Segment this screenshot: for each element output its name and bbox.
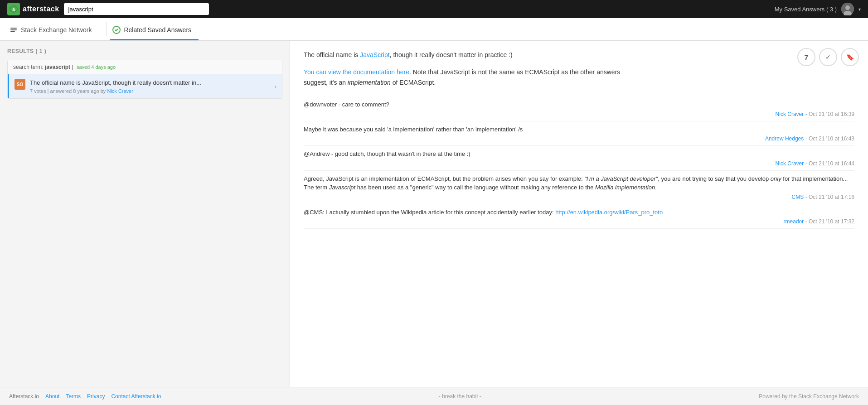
right-panel: 7 ✓ 🔖 The official name is JavaScript, t… [290,41,868,387]
comment-4-period: . [655,184,657,191]
results-label: RESULTS ( 1 ) [7,48,282,54]
comment-4-author[interactable]: CMS [792,194,804,200]
comment-3-date: Oct 21 '10 at 16:44 [809,160,854,167]
javascript-link[interactable]: JavaScript [360,51,389,58]
answer-main-text: The official name is JavaScript, though … [304,50,621,60]
comment-4-italic3: Javascript [329,184,356,191]
comment-text: @Andrew - good catch, though that wasn't… [304,149,854,159]
search-input[interactable] [64,3,209,15]
tab-stack-exchange-label: Stack Exchange Network [21,26,92,34]
vote-count-button[interactable]: 7 [797,48,815,66]
comment-item: Agreed, JavaScript is an implementation … [304,171,854,204]
comment-4-prefix: Agreed, JavaScript is an implementation … [304,175,584,182]
comment-5-link[interactable]: http://en.wikipedia.org/wiki/Pars_pro_to… [555,209,663,216]
bookmark-button[interactable]: 🔖 [841,48,859,66]
comment-text: Agreed, JavaScript is an implementation … [304,174,854,192]
comment-4-attribution: CMS - Oct 21 '10 at 17:16 [304,194,854,200]
comment-4-middle: , you are not trying to say that you dev… [658,175,771,182]
comment-text: Maybe it was because you said 'a impleme… [304,125,854,134]
comment-3-attribution: Nick Craver - Oct 21 '10 at 16:44 [304,160,854,167]
checkmark-button[interactable]: ✓ [819,48,837,66]
tabs-container: Stack Exchange Network Related Saved Ans… [0,18,868,41]
comment-4-end: has been used as a "generic" way to call… [355,184,595,191]
comment-1-attribution: Nick Craver - Oct 21 '10 at 16:39 [304,111,854,117]
comment-1-author[interactable]: Nick Craver [776,111,804,117]
doc-text-em: implementation [348,79,391,86]
comment-4-date: Oct 21 '10 at 17:16 [809,194,854,200]
comment-2-date: Oct 21 '10 at 16:43 [809,135,854,142]
svg-rect-6 [10,29,17,30]
stack-exchange-icon [9,25,18,34]
comment-3-text: @Andrew - good catch, though that wasn't… [304,150,470,157]
comment-2-author[interactable]: Andrew Hedges [765,135,804,142]
search-group: search term: javascript | saved 4 days a… [7,60,282,99]
header-left: a afterstack [7,3,209,15]
comment-4-italic2: only [771,175,781,182]
comment-5-date: Oct 21 '10 at 17:32 [809,218,854,225]
doc-text-end: of ECMAScript. [391,79,436,86]
vote-number: 7 [805,53,808,61]
search-term-prefix: search term: [13,64,44,70]
footer-tagline: - break the habit - [439,393,481,400]
comment-item: @downvoter - care to comment? Nick Crave… [304,96,854,121]
answer-avatar: SO [15,79,25,90]
footer-terms-link[interactable]: Terms [66,393,81,400]
footer-about-link[interactable]: About [45,393,59,400]
svg-rect-7 [10,31,15,32]
main-layout: RESULTS ( 1 ) search term: javascript | … [0,41,868,387]
svg-text:a: a [12,7,15,12]
logo[interactable]: a afterstack [7,3,59,15]
vote-meta: 7 votes [30,88,46,94]
footer-powered: Powered by the Stack Exchange Network [759,393,859,400]
doc-link[interactable]: You can view the documentation here [304,68,409,76]
header: a afterstack My Saved Answers ( 3 ) ▾ [0,0,868,18]
author-link[interactable]: Nick Craver [107,88,133,94]
doc-text: You can view the documentation here. Not… [304,67,621,87]
svg-rect-5 [10,28,17,29]
comment-text: @CMS: I actually stumbled upon the Wikip… [304,208,854,217]
comment-4-italic4: Mozilla implementation [595,184,655,191]
comments-section: @downvoter - care to comment? Nick Crave… [304,96,854,229]
saved-answers-link[interactable]: My Saved Answers ( 3 ) [775,6,837,13]
answer-meta: 7 votes | answered 8 years ago by Nick C… [30,88,270,94]
comment-5-author[interactable]: rmeador [784,218,804,225]
comment-2-text: Maybe it was because you said 'a impleme… [304,126,523,133]
left-panel: RESULTS ( 1 ) search term: javascript | … [0,41,290,387]
expand-arrow-icon: › [274,83,276,90]
footer-brand: Afterstack.io [9,393,39,400]
answered-meta: answered 8 years ago by [50,88,106,94]
tab-related-saved[interactable]: Related Saved Answers [110,25,199,40]
saved-badge: saved 4 days ago [77,64,116,70]
tab-stack-exchange[interactable]: Stack Exchange Network [7,25,99,40]
main-text-part1: The official name is [304,51,360,58]
tab-related-saved-label: Related Saved Answers [124,26,191,34]
bookmark-icon: 🔖 [846,53,854,61]
avatar [841,3,854,15]
footer: Afterstack.io About Terms Privacy Contac… [0,387,868,405]
answer-content: The official name is JavaScript, though … [30,79,270,94]
comment-4-italic1: "I'm a JavaScript developer" [584,175,658,182]
footer-privacy-link[interactable]: Privacy [87,393,105,400]
comment-5-prefix: @CMS: I actually stumbled upon the Wikip… [304,209,555,216]
answer-title: The official name is JavaScript, though … [30,79,270,87]
comment-2-attribution: Andrew Hedges - Oct 21 '10 at 16:43 [304,135,854,142]
comment-item: Maybe it was because you said 'a impleme… [304,121,854,146]
tab-divider [106,22,107,36]
footer-contact-link[interactable]: Contact Afterstack.io [111,393,161,400]
answer-item[interactable]: SO The official name is JavaScript, thou… [8,74,282,98]
comment-5-attribution: rmeador - Oct 21 '10 at 17:32 [304,218,854,225]
main-text-part2: , though it really doesn't matter in pra… [390,51,513,58]
search-term-row: search term: javascript | saved 4 days a… [8,60,282,74]
header-right: My Saved Answers ( 3 ) ▾ [775,3,861,15]
action-buttons: 7 ✓ 🔖 [797,48,859,66]
comment-1-text: @downvoter - care to comment? [304,101,389,108]
related-saved-icon [112,25,121,34]
comment-item: @Andrew - good catch, though that wasn't… [304,146,854,171]
footer-left: Afterstack.io About Terms Privacy Contac… [9,393,161,400]
chevron-down-icon[interactable]: ▾ [858,7,861,12]
svg-point-3 [845,5,850,10]
comment-3-author[interactable]: Nick Craver [776,160,804,167]
comment-text: @downvoter - care to comment? [304,100,854,109]
logo-text: afterstack [23,5,59,13]
checkmark-icon: ✓ [825,53,831,61]
